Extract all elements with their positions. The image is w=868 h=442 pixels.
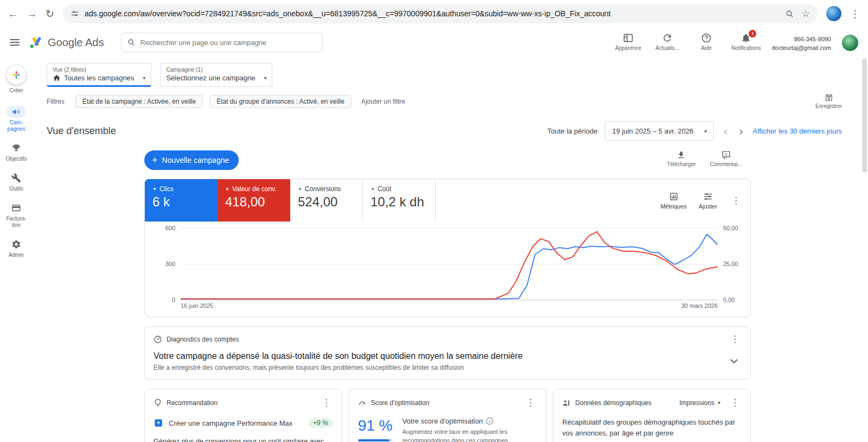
campaign-dropdown[interactable]: Campagne (1) Sélectionnez une campagne ▾: [160, 63, 272, 87]
gridline: [181, 300, 718, 300]
app-search[interactable]: [121, 33, 323, 52]
back-icon[interactable]: ←: [8, 9, 18, 19]
y2-axis-tick: 50,00: [723, 225, 738, 231]
save-button[interactable]: Enregistrer: [815, 93, 842, 109]
x-axis-label-start: 16 juin 2025: [181, 302, 213, 309]
lightbulb-icon: [154, 399, 162, 407]
optimization-progress-bar: [358, 439, 393, 441]
sidebar-item-billing[interactable]: Factura-tion: [0, 197, 33, 233]
site-info-icon[interactable]: [71, 9, 79, 18]
view-dropdown[interactable]: Vue (2 filtres) Toutes les campagnes ▾: [47, 63, 151, 87]
cost-value: 10,2 k dh: [371, 194, 427, 210]
sidebar-item-campaigns[interactable]: Cam-pagnes: [0, 101, 33, 137]
tune-icon: [703, 192, 713, 201]
main-menu-icon[interactable]: [10, 39, 20, 46]
appearance-button[interactable]: Apparence: [614, 33, 642, 51]
browser-profile-avatar[interactable]: [826, 6, 841, 21]
recommendation-item[interactable]: Créer une campagne Performance Max +9 %: [154, 418, 333, 428]
date-range-picker[interactable]: 19 juin 2025 – 5 avr. 2026 ▾: [605, 121, 714, 141]
billing-icon: [11, 203, 21, 213]
bookmark-star-icon[interactable]: ☆: [802, 9, 810, 18]
performance-max-icon: [154, 418, 163, 428]
wrench-icon: [11, 173, 21, 183]
overflow-menu-icon[interactable]: ⋮: [729, 194, 743, 207]
scorecard-clicks[interactable]: ▼Clics 6 k: [145, 179, 218, 222]
scrollbar[interactable]: [862, 59, 867, 173]
performance-card: ▼Clics 6 k ▼Valeur de conv. 418,00 ▼Conv…: [144, 179, 751, 317]
recommendation-card: Recommandation ⋮ Créer une campagne Perf…: [144, 389, 342, 442]
account-email: docteurtaj@gmail.com: [771, 43, 831, 53]
filters-label: Filtres: [47, 98, 65, 105]
score-block: 91 %: [358, 417, 393, 442]
filter-chip-campaign-status[interactable]: État de la campagne : Activée, en veille: [75, 95, 203, 108]
overflow-menu-icon[interactable]: ⋮: [524, 396, 537, 409]
optimization-progress-fill: [358, 439, 390, 441]
expand-chevron-icon[interactable]: [730, 358, 738, 364]
sidebar-item-goals[interactable]: Objectifs: [0, 137, 33, 167]
overflow-menu-icon[interactable]: ⋮: [320, 396, 333, 409]
chevron-down-icon: ▾: [258, 75, 266, 81]
create-button[interactable]: [7, 65, 26, 85]
app-search-input[interactable]: [140, 39, 317, 47]
show-last-30-days-link[interactable]: Afficher les 30 derniers jours: [752, 127, 842, 135]
reload-icon[interactable]: ↻: [46, 9, 54, 19]
appearance-icon: [623, 33, 634, 43]
plus-icon: +: [152, 155, 158, 165]
optimization-score-card: Score d'optimisation ⋮ 91 % Votre s: [349, 389, 547, 442]
refresh-icon: [662, 33, 673, 43]
search-icon[interactable]: [785, 9, 794, 18]
url-text[interactable]: ads.google.com/aw/overview?ocid=72849217…: [85, 9, 780, 18]
info-icon[interactable]: i: [486, 418, 493, 425]
trophy-icon: [11, 143, 21, 153]
next-period-icon[interactable]: ›: [737, 125, 745, 136]
forward-icon[interactable]: →: [27, 9, 37, 19]
overflow-menu-icon[interactable]: ⋮: [728, 396, 742, 409]
scorecard-conversions[interactable]: ▼Conversions 524,00: [290, 179, 363, 222]
previous-period-icon[interactable]: ‹: [722, 125, 730, 136]
account-diagnostics-card: Diagnostics des comptes ⋮ Votre campagne…: [144, 326, 751, 380]
metrics-chart-icon: [669, 192, 679, 201]
address-bar[interactable]: ads.google.com/aw/overview?ocid=72849217…: [63, 4, 818, 23]
y-axis-tick: 600: [165, 225, 175, 231]
sidebar: Créer Cam-pagnes Objectifs: [0, 58, 33, 442]
optimization-score: 91 %: [358, 417, 393, 434]
recommendation-body: Générez plus de conversions pour un coût…: [154, 437, 333, 442]
x-axis-label-end: 30 mars 2026: [681, 302, 718, 309]
add-filter-button[interactable]: Ajouter un filtre: [361, 98, 405, 105]
browser-menu-icon[interactable]: ⋮: [850, 9, 860, 19]
y2-axis-tick: 0,00: [723, 296, 735, 303]
chevron-down-icon: ▾: [699, 128, 707, 134]
adjust-button[interactable]: Ajuster: [699, 192, 717, 210]
scorecard-conv-value[interactable]: ▼Valeur de conv. 418,00: [218, 179, 290, 222]
metric-dropdown[interactable]: Impressions ▾: [679, 399, 720, 407]
y-axis-tick: 300: [165, 261, 175, 267]
conversions-value: 524,00: [298, 194, 355, 210]
y2-axis-tick: 25,00: [723, 261, 738, 267]
page-title: Vue d'ensemble: [47, 125, 116, 137]
scorecard-cost[interactable]: ▼Coût 10,2 k dh: [363, 179, 436, 222]
download-icon: [676, 150, 686, 160]
time-series-chart: 600 300 0 50,00 25,00 0,00: [181, 228, 718, 300]
conv-value-value: 418,00: [225, 194, 283, 210]
clicks-value: 6 k: [152, 194, 210, 210]
search-icon: [127, 38, 136, 47]
demographics-icon: [562, 399, 571, 407]
diagnostic-subtext: Elle a enregistré des conversions, mais …: [154, 364, 742, 371]
gear-icon: [11, 239, 21, 249]
overflow-menu-icon[interactable]: ⋮: [728, 332, 742, 346]
sidebar-item-tools[interactable]: Outils: [0, 167, 33, 197]
browser-chrome: ← → ↻ ads.google.com/aw/overview?ocid=72…: [0, 0, 868, 27]
campaigns-icon: [11, 107, 21, 117]
new-campaign-button[interactable]: + Nouvelle campagne: [144, 150, 239, 170]
feedback-button[interactable]: Commentai...: [710, 150, 742, 167]
refresh-button[interactable]: Actualis...: [653, 33, 681, 51]
account-avatar[interactable]: [842, 35, 858, 51]
metrics-button[interactable]: Métriques: [660, 192, 686, 210]
home-icon: [53, 74, 61, 82]
download-button[interactable]: Télécharger: [667, 150, 695, 167]
uplift-badge: +9 %: [308, 418, 333, 428]
sidebar-item-admin[interactable]: Admin: [0, 233, 33, 263]
help-button[interactable]: Aide: [692, 33, 720, 51]
notifications-button[interactable]: ! Notifications: [731, 33, 761, 51]
filter-chip-adgroup-status[interactable]: État du groupe d'annonces : Activé, en v…: [209, 95, 352, 108]
